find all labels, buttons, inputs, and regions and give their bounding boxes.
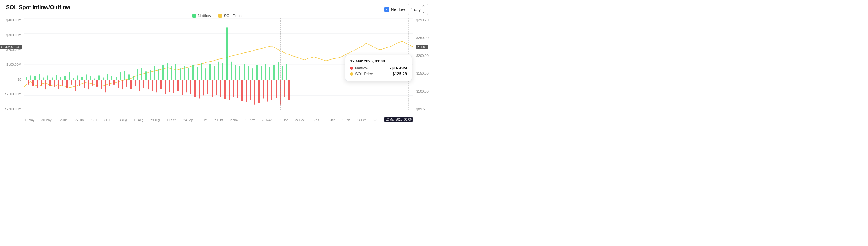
svg-rect-79 [175, 64, 177, 80]
chart-container: SOL Spot Inflow/Outflow ✓ Netflow 1 day … [0, 0, 434, 123]
svg-rect-72 [160, 80, 161, 89]
x-label-28nov: 28 Nov [262, 118, 272, 122]
y-left-0: $400.00M [6, 18, 21, 22]
svg-rect-109 [239, 66, 241, 80]
svg-rect-50 [113, 80, 115, 85]
netflow-checkbox[interactable]: ✓ Netflow [384, 7, 405, 12]
netflow-color-swatch [192, 14, 196, 17]
svg-rect-11 [30, 75, 31, 80]
svg-rect-104 [228, 80, 230, 100]
x-label-24sep: 24 Sep [184, 118, 193, 122]
checkbox-icon: ✓ [384, 7, 389, 12]
svg-rect-123 [269, 67, 270, 80]
y-right-2: $200.00 [416, 54, 429, 58]
svg-rect-24 [58, 80, 59, 89]
svg-rect-68 [152, 80, 153, 91]
svg-rect-100 [220, 80, 221, 97]
sol-price-color-swatch [218, 14, 222, 17]
svg-rect-38 [88, 80, 89, 89]
svg-rect-90 [199, 80, 200, 99]
svg-rect-21 [52, 78, 53, 80]
svg-rect-58 [130, 80, 132, 89]
svg-rect-15 [39, 74, 40, 80]
svg-rect-54 [122, 80, 123, 89]
x-label-11sep: 11 Sep [167, 118, 177, 122]
svg-rect-31 [73, 78, 74, 80]
svg-rect-110 [241, 80, 243, 101]
tooltip-netflow-value: -$16.43M [390, 66, 407, 70]
x-label-14feb: 14 Feb [357, 118, 366, 122]
svg-rect-12 [32, 80, 33, 86]
svg-rect-121 [265, 64, 266, 80]
chart-tooltip: 12 Mar 2025, 01:00 Netflow -$16.43M SOL … [345, 55, 412, 81]
svg-rect-74 [164, 80, 166, 94]
svg-rect-65 [145, 71, 147, 80]
svg-rect-94 [207, 80, 209, 94]
svg-rect-78 [173, 80, 174, 93]
x-label-8jul: 8 Jul [91, 118, 97, 122]
svg-rect-18 [45, 80, 46, 89]
svg-rect-25 [60, 77, 61, 80]
svg-rect-85 [188, 68, 189, 80]
y-right-5: $89.59 [416, 107, 427, 111]
svg-rect-76 [169, 80, 170, 92]
svg-rect-42 [96, 80, 97, 87]
x-label-12jun: 12 Jun [58, 118, 67, 122]
svg-rect-55 [124, 71, 125, 80]
tooltip-netflow-dot [350, 67, 353, 70]
svg-rect-37 [86, 74, 87, 80]
x-label-27: 27 [373, 118, 377, 122]
svg-rect-73 [162, 65, 164, 80]
svg-rect-39 [90, 76, 91, 80]
tooltip-netflow-label: Netflow [355, 66, 368, 70]
tooltip-netflow-label-group: Netflow [350, 66, 368, 70]
day-selector-value: 1 day [411, 7, 421, 12]
svg-rect-30 [71, 80, 72, 85]
x-label-6jan: 6 Jan [312, 118, 319, 122]
svg-rect-27 [64, 76, 65, 80]
tooltip-title: 12 Mar 2025, 01:00 [350, 59, 407, 63]
day-selector[interactable]: 1 day ⌃⌄ [408, 4, 428, 15]
svg-rect-16 [41, 80, 42, 85]
svg-rect-29 [69, 72, 70, 80]
legend-netflow-label: Netflow [198, 13, 211, 18]
svg-rect-83 [184, 66, 185, 80]
x-label-12mar: 12 Mar 2025, 01:00 [384, 117, 413, 122]
svg-rect-99 [218, 62, 219, 80]
svg-rect-70 [156, 80, 157, 93]
y-right-4: $100.00 [416, 90, 429, 93]
svg-rect-125 [273, 65, 275, 80]
svg-rect-17 [43, 78, 44, 80]
x-label-30may: 30 May [41, 118, 52, 122]
svg-rect-10 [28, 80, 29, 85]
svg-rect-120 [263, 80, 264, 99]
svg-rect-9 [26, 77, 27, 80]
x-label-1feb: 1 Feb [342, 118, 350, 122]
svg-rect-117 [256, 65, 257, 80]
y-axis-left: $400.00M $300.00M $200.00M $100.00M $0 $… [0, 18, 23, 111]
svg-rect-102 [224, 80, 225, 99]
svg-rect-124 [271, 80, 273, 100]
svg-rect-22 [54, 80, 55, 87]
svg-rect-67 [150, 70, 151, 80]
y-left-5: $-100.00M [5, 92, 21, 96]
svg-rect-43 [98, 75, 100, 80]
svg-rect-112 [246, 80, 247, 102]
svg-rect-40 [92, 80, 93, 85]
svg-rect-26 [62, 80, 63, 85]
svg-rect-97 [214, 66, 215, 80]
svg-rect-95 [209, 64, 211, 80]
chevron-updown-icon: ⌃⌄ [422, 5, 425, 14]
svg-rect-66 [148, 80, 149, 89]
svg-rect-114 [250, 80, 251, 100]
svg-rect-36 [84, 80, 85, 88]
svg-rect-51 [116, 77, 117, 80]
svg-rect-93 [205, 68, 206, 80]
x-label-2nov: 2 Nov [230, 118, 238, 122]
x-label-16aug: 16 Aug [134, 118, 143, 122]
x-label-17may: 17 May [24, 118, 34, 122]
tooltip-sol-price-dot [350, 72, 353, 75]
svg-rect-81 [180, 68, 181, 80]
svg-rect-88 [194, 80, 196, 97]
svg-rect-13 [34, 76, 36, 80]
